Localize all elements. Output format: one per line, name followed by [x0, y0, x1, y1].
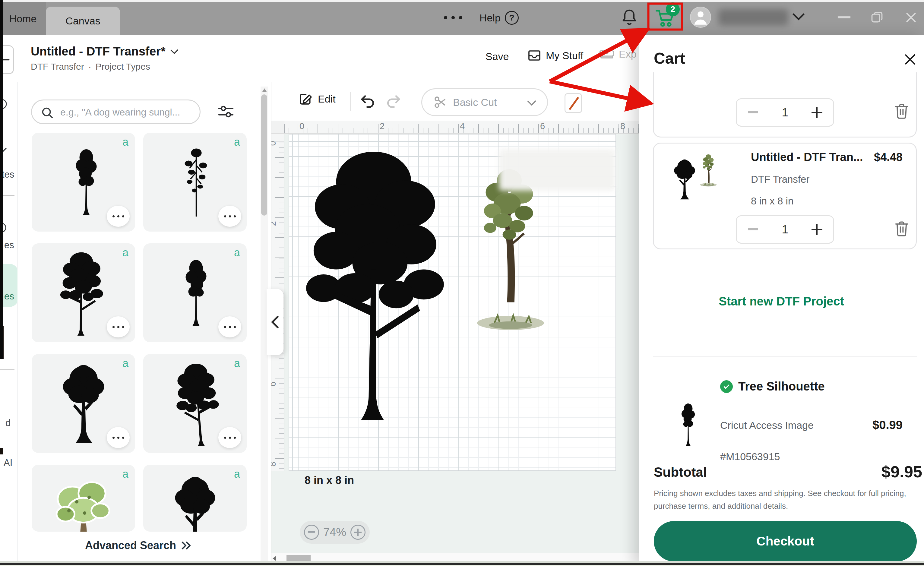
operation-dropdown[interactable]: Basic Cut [421, 89, 548, 116]
cart-badge: 2 [666, 2, 680, 16]
image-search-panel: a a a a a a [18, 82, 272, 566]
window-minimize-button[interactable] [837, 16, 851, 19]
quantity-decrease-button[interactable] [747, 107, 759, 119]
panel-scroll-up-arrow[interactable] [262, 89, 267, 92]
tab-home[interactable]: Home [0, 2, 46, 35]
filter-sliders-icon[interactable] [218, 104, 234, 119]
checkout-button[interactable]: Checkout [654, 521, 917, 561]
mat-size-label: 8 in x 8 in [304, 474, 354, 487]
breadcrumb-section[interactable]: Project Types [96, 62, 150, 72]
image-tile[interactable]: a [143, 465, 247, 531]
rail-item-ai[interactable]: AI [4, 458, 12, 468]
cart-item-type: DTF Transfer [751, 174, 809, 185]
quantity-stepper: 1 [736, 215, 834, 244]
inbox-icon [527, 48, 542, 63]
image-tile[interactable]: a [32, 465, 135, 531]
tab-canvas[interactable]: Canvas [46, 7, 120, 35]
quantity-increase-button[interactable] [811, 107, 823, 119]
overflow-menu-icon[interactable] [444, 15, 468, 21]
tree-image [169, 473, 222, 531]
edit-button[interactable]: Edit [298, 92, 336, 107]
scroll-left-arrow[interactable] [273, 556, 276, 561]
cart-item-price: $4.48 [874, 151, 903, 164]
export-button[interactable]: Exp [599, 48, 637, 60]
panel-collapse-handle[interactable] [267, 289, 284, 355]
rail-item[interactable]: d [5, 417, 10, 428]
quantity-decrease-button[interactable] [747, 224, 759, 236]
avatar[interactable] [690, 7, 711, 28]
rail-item[interactable]: es [4, 240, 14, 251]
cart-panel: Cart 1 Untitled - DTF Tran... $4.48 [639, 35, 924, 566]
trash-icon[interactable] [894, 219, 909, 238]
quantity-value: 1 [782, 106, 788, 119]
cart-item-thumbnail-black-tree [670, 149, 698, 210]
dropdown-chevron-icon [526, 99, 537, 106]
zoom-out-button[interactable] [304, 525, 319, 540]
tile-more-options-button[interactable] [107, 206, 130, 227]
access-badge-icon: a [122, 357, 129, 370]
search-input[interactable] [60, 102, 194, 122]
scrollbar-thumb[interactable] [286, 555, 310, 561]
app-window: Home Canvas Help ? 2 [0, 0, 924, 566]
window-close-button[interactable] [904, 11, 918, 24]
zoom-in-button[interactable] [350, 525, 366, 540]
access-badge-icon: a [122, 468, 129, 480]
scissors-icon [433, 95, 447, 110]
window-restore-button[interactable] [870, 11, 884, 24]
rail-icon-fragment [0, 448, 3, 455]
help-label: Help [480, 12, 501, 24]
undo-button[interactable] [360, 93, 376, 110]
image-tile[interactable]: a [143, 133, 247, 231]
project-title[interactable]: Untitled - DTF Transfer* [31, 45, 179, 58]
image-tile[interactable]: a [32, 133, 135, 231]
image-tile[interactable]: a [143, 354, 247, 453]
image-tile[interactable]: a [143, 243, 247, 342]
access-badge-icon: a [122, 136, 129, 149]
user-menu-chevron-down-icon[interactable] [792, 12, 805, 21]
access-item-name-row: Tree Silhouette [720, 380, 825, 393]
subtotal-value: $9.95 [882, 462, 922, 481]
canvas-tree-silhouette[interactable] [298, 142, 461, 422]
access-item-thumbnail [674, 381, 703, 467]
breadcrumb-separator: · [88, 62, 92, 72]
breadcrumb: DTF Transfer · Project Types [31, 62, 150, 72]
advanced-search-link[interactable]: Advanced Search [18, 539, 259, 552]
quantity-stepper: 1 [736, 98, 834, 127]
start-new-dtf-project-link[interactable]: Start new DTF Project [639, 294, 924, 308]
machine-icon [599, 48, 615, 60]
tree-image [64, 140, 109, 224]
image-tile[interactable]: a [32, 243, 135, 342]
color-swatch[interactable] [564, 93, 582, 113]
cart-title: Cart [654, 49, 685, 67]
user-name-blurred[interactable] [718, 9, 788, 26]
panel-scrollbar-thumb[interactable] [261, 95, 267, 216]
save-button[interactable]: Save [486, 51, 509, 62]
help-button[interactable]: Help ? [480, 11, 519, 25]
rail-item-selected[interactable]: es [4, 291, 14, 302]
tile-more-options-button[interactable] [218, 316, 241, 338]
access-item-name: Tree Silhouette [738, 380, 825, 393]
quantity-value: 1 [782, 223, 788, 236]
trash-icon[interactable] [894, 102, 909, 120]
redo-button[interactable] [385, 93, 402, 110]
cart-divider [653, 356, 917, 357]
breadcrumb-type[interactable]: DTF Transfer [31, 62, 84, 72]
tile-more-options-button[interactable] [218, 206, 241, 227]
rail-divider [0, 369, 15, 370]
toolbar-separator [350, 92, 351, 111]
horizontal-ruler: 0 2 4 6 8 [284, 121, 639, 134]
access-item-price: $0.99 [872, 418, 903, 432]
cart-item-thumbnail-grass [699, 181, 718, 188]
access-badge-icon: a [234, 357, 240, 370]
rail-item-templates[interactable]: tes [2, 169, 14, 180]
tree-image [55, 250, 112, 336]
cart-close-icon[interactable] [903, 52, 917, 67]
cart-item-thumbnail-green-tree [700, 153, 717, 185]
toolbar-separator [411, 92, 411, 111]
edit-pencil-icon [298, 92, 313, 107]
my-stuff-button[interactable]: My Stuff [527, 48, 583, 63]
image-tile[interactable]: a [32, 354, 135, 453]
quantity-increase-button[interactable] [811, 224, 823, 236]
access-badge-icon: a [234, 246, 240, 259]
notifications-bell-icon[interactable] [621, 8, 638, 27]
